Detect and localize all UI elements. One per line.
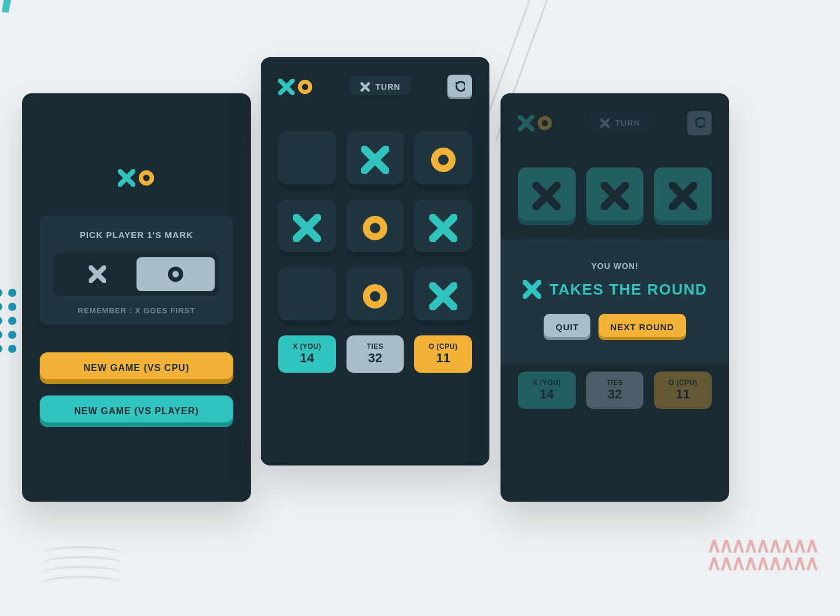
board-cell[interactable]	[278, 267, 336, 325]
bg-arc-decoration	[0, 0, 179, 106]
board-cell[interactable]	[414, 200, 472, 257]
start-screen: PICK PLAYER 1'S MARK REMEMBER : X GOES F…	[22, 93, 251, 502]
x-icon	[523, 280, 541, 299]
x-icon	[429, 214, 457, 242]
score-row: X (YOU) 14 TIES 32 O (CPU) 11	[518, 372, 712, 409]
board-cell	[654, 167, 712, 225]
score-o-value: 11	[414, 351, 472, 366]
score-x: X (YOU) 14	[518, 372, 576, 409]
score-x: X (YOU) 14	[278, 335, 336, 373]
xo-logo	[518, 115, 553, 131]
x-icon	[429, 282, 457, 310]
score-tie-label: TIES	[346, 342, 404, 351]
score-x-label: X (YOU)	[518, 379, 576, 387]
new-game-cpu-button[interactable]: NEW GAME (VS CPU)	[40, 352, 233, 384]
game-header: TURN	[518, 111, 712, 135]
o-icon	[297, 79, 313, 95]
game-header: TURN	[278, 75, 472, 99]
o-icon	[361, 214, 389, 242]
x-icon	[600, 118, 610, 128]
o-icon	[138, 169, 155, 187]
score-x-value: 14	[518, 387, 576, 402]
board-cell[interactable]	[346, 200, 404, 257]
bg-wave-decoration	[41, 546, 123, 581]
x-icon	[118, 169, 135, 187]
bg-zigzag-decoration: ∧∧∧∧∧∧∧∧∧	[706, 551, 817, 575]
mark-toggle	[54, 253, 219, 296]
score-x-label: X (YOU)	[278, 342, 336, 351]
x-icon	[293, 214, 321, 242]
turn-indicator: TURN	[590, 113, 651, 134]
board-cell[interactable]	[414, 267, 472, 325]
score-o-value: 11	[654, 387, 712, 402]
score-o-label: O (CPU)	[414, 342, 472, 351]
score-o-label: O (CPU)	[654, 379, 712, 387]
pick-reminder: REMEMBER : X GOES FIRST	[54, 306, 219, 315]
score-x-value: 14	[278, 351, 336, 366]
x-icon	[361, 146, 389, 174]
modal-buttons: QUIT NEXT ROUND	[501, 314, 729, 340]
x-icon	[278, 79, 295, 95]
result-modal: YOU WON! TAKES THE ROUND QUIT NEXT ROUND	[501, 239, 729, 365]
x-icon	[601, 182, 629, 210]
o-icon	[361, 282, 389, 310]
x-icon	[89, 265, 106, 283]
board-cell	[586, 167, 644, 225]
score-o: O (CPU) 11	[414, 335, 472, 373]
o-icon	[537, 115, 553, 131]
board-cell[interactable]	[278, 200, 336, 257]
next-round-button[interactable]: NEXT ROUND	[598, 314, 685, 340]
modal-title-text: TAKES THE ROUND	[550, 281, 707, 299]
pick-o-option[interactable]	[136, 257, 215, 291]
score-row: X (YOU) 14 TIES 32 O (CPU) 11	[278, 335, 472, 373]
score-ties: TIES 32	[586, 372, 644, 409]
x-icon	[360, 82, 370, 92]
score-tie-value: 32	[346, 351, 404, 366]
x-icon	[533, 182, 561, 210]
game-screen: TURN X (YOU) 14 TIES 32 O (CPU) 11	[261, 57, 489, 466]
board-cell[interactable]	[346, 131, 404, 189]
modal-subtitle: YOU WON!	[501, 261, 729, 271]
reset-button[interactable]	[687, 111, 712, 135]
board-cell	[518, 167, 576, 225]
quit-button[interactable]: QUIT	[544, 314, 590, 340]
reset-button[interactable]	[447, 75, 472, 99]
x-icon	[518, 115, 534, 131]
board-cell[interactable]	[414, 131, 472, 189]
x-icon	[669, 182, 697, 210]
mark-picker-panel: PICK PLAYER 1'S MARK REMEMBER : X GOES F…	[40, 216, 233, 329]
new-game-player-button[interactable]: NEW GAME (VS PLAYER)	[40, 396, 233, 427]
pick-title: PICK PLAYER 1'S MARK	[54, 230, 219, 240]
score-tie-label: TIES	[586, 379, 644, 387]
turn-label: TURN	[615, 118, 640, 128]
score-tie-value: 32	[586, 387, 644, 402]
modal-title: TAKES THE ROUND	[501, 280, 729, 299]
score-o: O (CPU) 11	[654, 372, 712, 409]
result-screen: TURN X (YOU) 14 TIES 32 O (CPU) 11 Y	[501, 93, 729, 502]
restart-icon	[694, 117, 705, 130]
xo-logo	[278, 79, 313, 95]
score-ties: TIES 32	[346, 335, 404, 373]
turn-label: TURN	[376, 82, 401, 92]
o-icon	[429, 146, 457, 174]
restart-icon	[454, 81, 465, 93]
board-cell[interactable]	[346, 267, 404, 325]
game-board	[278, 131, 472, 325]
xo-logo	[40, 169, 233, 187]
board-cell[interactable]	[278, 131, 336, 189]
o-icon	[167, 265, 184, 283]
turn-indicator: TURN	[350, 76, 411, 97]
pick-x-option[interactable]	[58, 257, 136, 291]
